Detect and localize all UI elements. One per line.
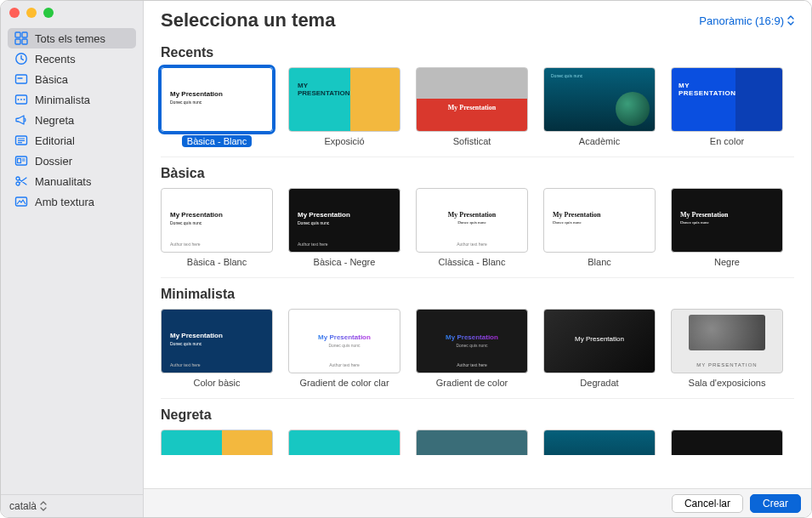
theme-card[interactable]: My PresentationDonec quis nunc Blanc [543,188,656,267]
svg-rect-0 [15,32,20,37]
close-window-button[interactable] [9,8,20,18]
section-title-basica: Bàsica [161,166,794,181]
theme-card[interactable]: My Presentation Sofisticat [416,67,528,146]
sidebar-category-list: Tots els temes Recents Bàsica Minimalist… [1,25,143,494]
theme-row-recents: My PresentationDonec quis nunc Bàsica - … [161,67,794,157]
theme-label: Bàsica - Blanc [187,257,247,267]
sidebar-item-label: Dossier [35,155,72,168]
clock-icon [14,52,28,65]
theme-card[interactable]: MYPRESENTATION En color [671,67,783,146]
sidebar-item-label: Manualitats [35,175,91,188]
minimize-window-button[interactable] [26,8,37,18]
sidebar-item-basic[interactable]: Bàsica [8,69,136,89]
section-title-negreta: Negreta [161,407,794,423]
sidebar-item-label: Editorial [35,134,75,147]
theme-label: Color bàsic [193,378,240,388]
theme-label: Bàsica - Negre [314,257,376,267]
theme-label: Acadèmic [579,136,620,146]
scissors-icon [14,174,28,188]
theme-card[interactable] [288,430,400,445]
sidebar-item-label: Recents [35,53,76,65]
theme-card[interactable]: MYPRESENTATION Exposició [288,67,400,146]
sidebar-item-recents[interactable]: Recents [8,48,136,69]
theme-label: Bàsica - Blanc [182,135,252,147]
svg-point-9 [20,99,22,100]
sidebar-item-minimalist[interactable]: Minimalista [8,89,136,110]
theme-card[interactable]: MY PRESENTATION Sala d'exposicions [671,309,783,388]
svg-point-8 [18,99,20,100]
theme-label: Blanc [588,257,611,267]
theme-card[interactable]: My Presentation Degradat [543,309,656,388]
sidebar-item-label: Tots els temes [35,32,105,45]
svg-rect-1 [22,32,27,37]
theme-card[interactable]: My PresentationDonec quis nunc Author te… [288,188,400,267]
svg-rect-2 [15,39,20,44]
theme-card[interactable]: My PresentationDonec quis nunc Author te… [288,309,400,388]
create-button[interactable]: Crear [750,494,801,513]
theme-card[interactable]: My PresentationDonec quis nunc Author te… [161,309,273,388]
theme-card[interactable] [161,430,273,445]
sidebar-item-portfolio[interactable]: Dossier [8,151,136,171]
theme-card[interactable] [543,430,656,445]
theme-label: Gradient de color clar [299,378,389,388]
texture-icon [14,195,28,208]
dossier-icon [14,154,28,168]
theme-card[interactable]: My PresentationDonec quis nunc Negre [671,188,783,267]
theme-row-negreta [161,430,794,455]
sidebar-item-label: Bàsica [35,73,68,86]
megaphone-icon [14,113,28,127]
theme-label: Exposició [324,136,364,146]
theme-label: Degradat [580,378,618,388]
theme-scroll-area[interactable]: Recents My PresentationDonec quis nunc B… [144,37,811,488]
grid-icon [14,31,28,45]
theme-card[interactable] [671,430,783,445]
theme-card[interactable]: My PresentationDonec quis nunc Author te… [161,188,273,267]
theme-card[interactable] [416,430,528,445]
cancel-button[interactable]: Cancel·lar [672,494,743,513]
theme-label: En color [710,136,744,146]
theme-label: Sala d'exposicions [689,378,766,388]
language-label: català [9,500,37,512]
aspect-ratio-label: Panoràmic (16:9) [699,14,784,27]
theme-card[interactable]: My PresentationDonec quis nunc Bàsica - … [161,67,273,146]
svg-rect-5 [16,75,27,83]
theme-card[interactable]: Donec quis nunc Acadèmic [543,67,656,146]
footer-bar: Cancel·lar Crear [144,488,811,517]
theme-card[interactable]: My PresentationDonec quis nunc Author te… [416,188,528,267]
theme-row-basica: My PresentationDonec quis nunc Author te… [161,188,794,278]
zoom-window-button[interactable] [43,8,54,18]
theme-label: Clàssica - Blanc [439,257,506,267]
theme-label: Negre [714,257,740,267]
theme-row-minimalista: My PresentationDonec quis nunc Author te… [161,309,794,399]
window-controls [1,1,143,25]
editorial-icon [14,134,28,147]
basic-theme-icon [14,72,28,86]
theme-label: Gradient de color [436,378,508,388]
sidebar-item-craft[interactable]: Manualitats [8,171,136,191]
minimal-theme-icon [14,93,28,106]
sidebar-item-all-themes[interactable]: Tots els temes [8,28,136,48]
sidebar-item-label: Negreta [35,114,74,127]
sidebar-item-textured[interactable]: Amb textura [8,191,136,212]
sidebar-item-editorial[interactable]: Editorial [8,130,136,151]
svg-rect-16 [18,159,21,163]
svg-point-10 [24,99,26,100]
svg-rect-3 [22,39,27,44]
chevron-updown-icon [787,15,794,26]
sidebar: Tots els temes Recents Bàsica Minimalist… [1,1,144,517]
theme-label: Sofisticat [453,136,491,146]
theme-card[interactable]: My PresentationDonec quis nunc Author te… [416,309,528,388]
sidebar-item-bold[interactable]: Negreta [8,110,136,130]
sidebar-item-label: Minimalista [35,94,90,106]
main-panel: Selecciona un tema Panoràmic (16:9) Rece… [144,1,811,517]
aspect-ratio-selector[interactable]: Panoràmic (16:9) [699,14,794,27]
chevron-updown-icon [40,501,47,511]
section-title-recents: Recents [161,45,794,60]
section-title-minimalista: Minimalista [161,287,794,302]
page-title: Selecciona un tema [161,9,335,31]
sidebar-item-label: Amb textura [35,196,94,208]
language-selector[interactable]: català [1,494,143,517]
